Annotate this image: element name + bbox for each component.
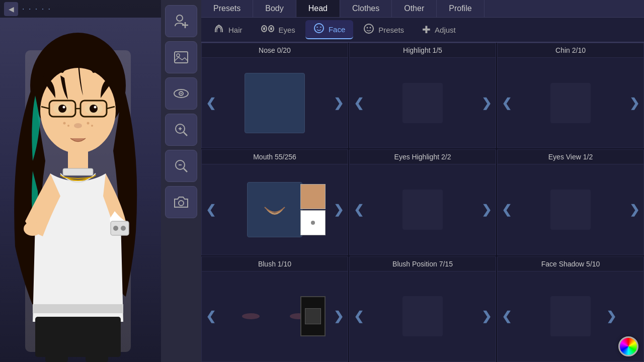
- eyes-icon: [261, 25, 275, 35]
- nav-body[interactable]: Body: [253, 0, 296, 17]
- eyes-highlight-next-button[interactable]: ❯: [481, 203, 492, 217]
- highlight-next-button[interactable]: ❯: [481, 96, 492, 110]
- highlight-prev-button[interactable]: ❮: [354, 96, 364, 110]
- blush-color-swatch[interactable]: [300, 296, 326, 336]
- color-wheel[interactable]: [618, 336, 638, 356]
- chin-next-button[interactable]: ❯: [629, 96, 639, 110]
- svg-point-17: [87, 122, 90, 125]
- mouth-content: ❮ ❯: [202, 164, 348, 254]
- nav-clothes[interactable]: Clothes: [340, 0, 392, 17]
- chin-prev-button[interactable]: ❮: [502, 96, 512, 110]
- svg-point-15: [63, 122, 66, 125]
- mouth-color-bottom[interactable]: [300, 210, 326, 235]
- svg-point-34: [177, 54, 180, 57]
- blush-position-header: Blush Position 7/15: [350, 257, 496, 272]
- chin-content: ❮ ❯: [498, 58, 643, 148]
- eyes-view-header: Eyes View 1/2: [498, 150, 643, 164]
- face-shadow-next-button[interactable]: ❯: [606, 309, 616, 323]
- gallery-button[interactable]: [165, 41, 197, 73]
- svg-point-12: [63, 106, 65, 109]
- svg-point-16: [67, 125, 69, 127]
- mouth-color-top[interactable]: [300, 184, 326, 209]
- nav-other[interactable]: Other: [392, 0, 437, 17]
- character-area: ◀ · · · · ·: [0, 0, 161, 362]
- eyes-highlight-header: Eyes Highlight 2/2: [350, 150, 496, 164]
- zoom-in-button[interactable]: [165, 114, 197, 146]
- mouth-header: Mouth 55/256: [202, 150, 348, 164]
- svg-point-30: [177, 15, 183, 21]
- face-shadow-prev-button[interactable]: ❮: [502, 309, 512, 323]
- svg-point-55: [370, 27, 371, 28]
- nav-head[interactable]: Head: [296, 0, 340, 17]
- eyes-highlight-preview: [403, 190, 443, 230]
- back-button[interactable]: ◀: [4, 2, 18, 16]
- adjust-icon: ✚: [422, 24, 431, 36]
- blush-preview: [242, 313, 307, 319]
- presets-face-icon: [363, 23, 374, 37]
- nose-content: ❮ ❯: [202, 58, 348, 148]
- svg-point-53: [364, 24, 373, 33]
- highlight-cell: Highlight 1/5 ❮ ❯: [349, 43, 496, 148]
- blush-position-cell: Blush Position 7/15 ❮ ❯: [349, 256, 496, 362]
- svg-point-49: [270, 27, 272, 30]
- face-icon: [313, 23, 325, 36]
- blush-position-next-button[interactable]: ❯: [481, 309, 492, 323]
- swatch-dot: [311, 221, 315, 225]
- blush-position-prev-button[interactable]: ❮: [354, 309, 364, 323]
- eyes-view-next-button[interactable]: ❯: [629, 203, 639, 217]
- mouth-preview: [247, 182, 302, 237]
- camera-button[interactable]: [165, 186, 197, 218]
- highlight-header: Highlight 1/5: [350, 43, 496, 58]
- mouth-color-swatches: [300, 184, 326, 235]
- svg-rect-23: [35, 317, 121, 357]
- svg-point-18: [91, 125, 93, 127]
- add-character-button[interactable]: [165, 5, 197, 37]
- svg-point-37: [181, 93, 182, 95]
- nose-next-button[interactable]: ❯: [334, 96, 344, 110]
- blush-next-button[interactable]: ❯: [334, 309, 344, 323]
- eyes-highlight-content: ❮ ❯: [350, 164, 496, 254]
- nose-prev-button[interactable]: ❮: [206, 96, 216, 110]
- svg-rect-29: [86, 354, 108, 362]
- svg-line-44: [184, 168, 187, 172]
- eyes-view-prev-button[interactable]: ❮: [502, 203, 512, 217]
- eyes-highlight-prev-button[interactable]: ❮: [354, 203, 364, 217]
- svg-point-54: [367, 27, 368, 28]
- blush-header: Blush 1/10: [202, 257, 348, 272]
- svg-point-13: [94, 106, 97, 109]
- eyes-highlight-cell: Eyes Highlight 2/2 ❮ ❯: [349, 149, 496, 255]
- nav-presets[interactable]: Presets: [201, 0, 253, 17]
- face-shadow-header: Face Shadow 5/10: [498, 257, 643, 272]
- eyes-view-preview: [550, 190, 591, 230]
- nav-profile[interactable]: Profile: [437, 0, 484, 17]
- sub-nav-face[interactable]: Face: [305, 20, 353, 39]
- blush-swatch-inner: [305, 308, 321, 324]
- zoom-out-button[interactable]: [165, 150, 197, 182]
- svg-point-27: [121, 226, 126, 231]
- left-panel: ◀ · · · · ·: [0, 0, 201, 362]
- blush-position-content: ❮ ❯: [350, 272, 496, 361]
- blush-cell: Blush 1/10 ❮ ❯: [201, 256, 348, 362]
- sub-nav-hair[interactable]: Hair: [205, 20, 251, 39]
- sub-nav-eyes[interactable]: Eyes: [253, 20, 303, 39]
- eyes-view-cell: Eyes View 1/2 ❮ ❯: [497, 149, 644, 255]
- chin-header: Chin 2/10: [498, 43, 643, 58]
- sub-nav-presets[interactable]: Presets: [355, 20, 412, 39]
- blush-position-preview: [403, 296, 443, 336]
- face-shadow-preview: [550, 296, 591, 336]
- nose-preview: [245, 73, 305, 133]
- sub-navigation: Hair Eyes Face: [201, 18, 644, 43]
- chin-cell: Chin 2/10 ❮ ❯: [497, 43, 644, 148]
- svg-rect-33: [175, 52, 188, 63]
- visibility-button[interactable]: [165, 77, 197, 110]
- svg-point-45: [179, 201, 184, 206]
- mouth-prev-button[interactable]: ❮: [206, 203, 216, 217]
- sub-nav-adjust[interactable]: ✚ Adjust: [414, 20, 464, 39]
- chin-preview: [550, 83, 591, 123]
- blush-mark-left: [242, 313, 260, 319]
- top-navigation: Presets Body Head Clothes Other Profile: [201, 0, 644, 18]
- character-illustration: [5, 20, 151, 362]
- svg-point-26: [113, 226, 118, 231]
- blush-prev-button[interactable]: ❮: [206, 309, 216, 323]
- mouth-next-button[interactable]: ❯: [334, 203, 344, 217]
